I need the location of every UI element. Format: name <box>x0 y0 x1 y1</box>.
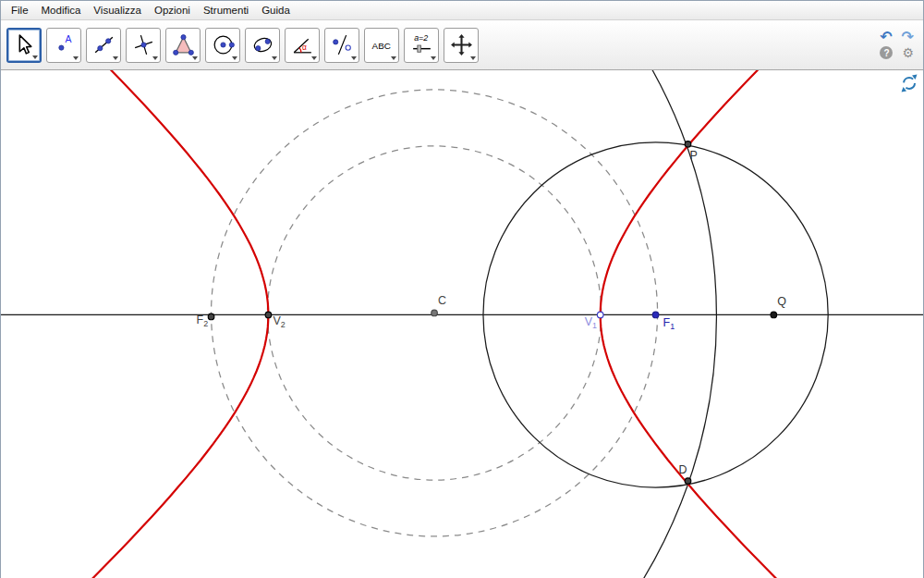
menu-item-guida[interactable]: Guida <box>255 3 297 18</box>
tool-buttons: AαABCa=2 <box>6 28 479 63</box>
point-D[interactable] <box>685 478 691 485</box>
geogebra-window: FileModificaVisualizzaOpzioniStrumentiGu… <box>0 0 924 578</box>
redo-icon[interactable]: ↷ <box>902 31 914 43</box>
point-P[interactable] <box>685 141 691 148</box>
menu-item-modifica[interactable]: Modifica <box>35 3 88 18</box>
tool-dropdown-arrow-icon[interactable] <box>431 56 436 60</box>
tool-dropdown-arrow-icon[interactable] <box>351 56 357 60</box>
refresh-view-icon[interactable] <box>902 74 918 92</box>
reflection-tool[interactable] <box>324 28 359 63</box>
move-graphics-view-tool[interactable] <box>444 28 479 63</box>
svg-text:A: A <box>65 34 71 44</box>
label-V1: V1 <box>585 315 597 330</box>
conic-tool[interactable] <box>245 28 280 63</box>
label-Q: Q <box>777 295 786 308</box>
point-Q[interactable] <box>771 312 777 318</box>
point-tool[interactable]: A <box>46 28 81 63</box>
tool-dropdown-arrow-icon[interactable] <box>311 56 317 60</box>
label-F1: F1 <box>663 316 675 331</box>
svg-text:α: α <box>301 43 306 52</box>
slider-tool[interactable]: a=2 <box>404 28 439 63</box>
circle-f2-arc[interactable] <box>1 70 716 578</box>
menu-bar: FileModificaVisualizzaOpzioniStrumentiGu… <box>1 1 923 20</box>
polygon-tool[interactable] <box>165 28 201 63</box>
tool-dropdown-arrow-icon[interactable] <box>232 56 237 60</box>
angle-tool[interactable]: α <box>285 28 320 63</box>
label-P: P <box>690 149 698 162</box>
toolbar-actions: ↶ ↷ ? ⚙ <box>880 31 918 59</box>
help-icon[interactable]: ? <box>880 46 893 59</box>
hyperbola-right-branch[interactable] <box>601 70 825 578</box>
menu-item-file[interactable]: File <box>5 3 35 18</box>
tool-dropdown-arrow-icon[interactable] <box>73 56 79 60</box>
undo-icon[interactable]: ↶ <box>880 31 892 43</box>
point-F1[interactable] <box>652 312 659 318</box>
tool-dropdown-arrow-icon[interactable] <box>391 56 396 60</box>
tool-dropdown-arrow-icon[interactable] <box>192 56 198 60</box>
tool-dropdown-arrow-icon[interactable] <box>32 55 38 59</box>
settings-icon[interactable]: ⚙ <box>902 46 914 59</box>
tool-dropdown-arrow-icon[interactable] <box>272 56 277 60</box>
point-C[interactable] <box>432 310 438 316</box>
tool-dropdown-arrow-icon[interactable] <box>113 56 118 60</box>
point-V1[interactable] <box>597 312 603 318</box>
menu-item-strumenti[interactable]: Strumenti <box>197 3 255 18</box>
toolbar: AαABCa=2 ↶ ↷ ? ⚙ <box>1 20 923 70</box>
hyperbola-left-branch[interactable] <box>44 70 269 578</box>
move-tool[interactable] <box>6 28 42 63</box>
label-F2: F2 <box>197 314 209 328</box>
tool-dropdown-arrow-icon[interactable] <box>470 56 476 60</box>
circle-with-center-tool[interactable] <box>205 28 240 63</box>
menu-item-visualizza[interactable]: Visualizza <box>87 3 148 18</box>
menu-item-opzioni[interactable]: Opzioni <box>148 3 197 18</box>
tool-dropdown-arrow-icon[interactable] <box>152 56 158 60</box>
svg-text:a=2: a=2 <box>414 33 428 43</box>
svg-text:ABC: ABC <box>371 41 390 51</box>
label-D: D <box>679 463 687 476</box>
perpendicular-line-tool[interactable] <box>126 28 161 63</box>
point-F2[interactable] <box>208 314 214 320</box>
point-V2[interactable] <box>265 312 272 318</box>
graphics-view[interactable]: F2V2CV1F1QPD <box>1 70 923 578</box>
line-tool[interactable] <box>86 28 121 63</box>
label-C: C <box>438 294 446 307</box>
text-tool[interactable]: ABC <box>364 28 399 63</box>
label-V2: V2 <box>273 314 285 329</box>
